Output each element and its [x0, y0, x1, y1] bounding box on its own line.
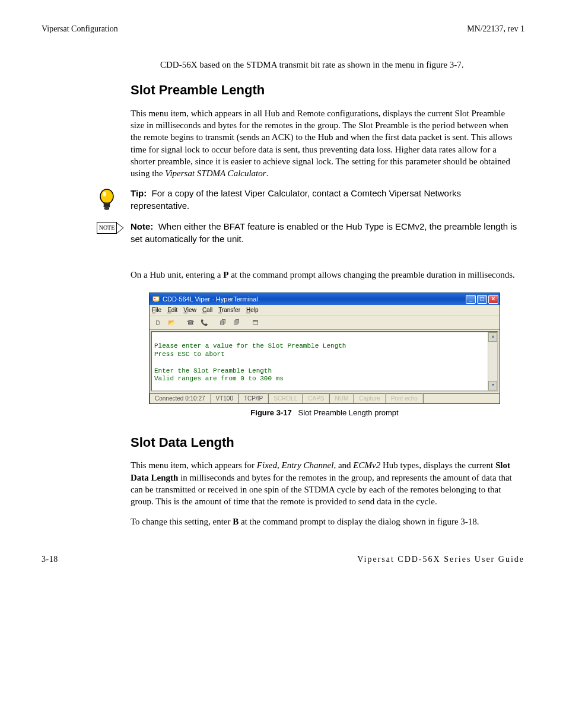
figure-caption: Figure 3-17 Slot Preamble Length prompt: [131, 408, 519, 418]
menu-call[interactable]: Call: [202, 306, 212, 314]
tip-label: Tip:: [131, 188, 147, 198]
change-setting-paragraph: To change this setting, enter B at the c…: [131, 516, 519, 527]
status-spacer: [423, 393, 500, 404]
svg-point-0: [100, 189, 113, 204]
menu-edit[interactable]: Edit: [167, 306, 177, 314]
body-text-end: .: [266, 169, 269, 178]
heading-slot-data-length: Slot Data Length: [131, 434, 519, 452]
status-emulation: VT100: [211, 393, 239, 404]
body-text: Hub types, displays the current: [380, 460, 495, 470]
status-bar: Connected 0:10:27 VT100 TCP/IP SCROLL CA…: [150, 393, 500, 404]
menu-file[interactable]: FFileile: [152, 306, 161, 314]
toolbar-connect-icon[interactable]: ☎: [185, 317, 196, 328]
tip-body: Tip: For a copy of the latest Viper Calc…: [131, 187, 519, 212]
hyperterminal-titlebar: CDD-564L Viper - HyperTerminal _ □ ×: [150, 293, 500, 305]
scrollbar[interactable]: ▴ ▾: [488, 332, 497, 390]
terminal-text: Please enter a value for the Slot Preamb…: [152, 332, 497, 386]
note-icon-column: NOTE: [83, 221, 131, 234]
emphasis-ecmv2: ECMv2: [353, 460, 380, 470]
body-text: , and: [333, 460, 353, 470]
tip-callout: Tip: For a copy of the latest Viper Calc…: [83, 187, 519, 212]
emphasis-vipersat-calculator: Vipersat STDMA Calculator: [165, 169, 266, 178]
figure-number: Figure 3-17: [250, 408, 291, 417]
tip-text: For a copy of the latest Viper Calculato…: [131, 188, 461, 210]
svg-rect-4: [105, 208, 109, 209]
footer-guide-title: Vipersat CDD-56X Series User Guide: [357, 554, 524, 565]
status-connected: Connected 0:10:27: [150, 393, 211, 404]
status-scroll: SCROLL: [268, 393, 303, 404]
toolbar-open-icon[interactable]: 📂: [166, 317, 177, 328]
minimize-button[interactable]: _: [466, 295, 476, 304]
bold-P: P: [223, 270, 228, 279]
body-text: in milliseconds and bytes for the remote…: [131, 473, 512, 507]
footer-page-number: 3-18: [42, 554, 58, 565]
header-right: MN/22137, rev 1: [467, 24, 524, 35]
scroll-down-icon[interactable]: ▾: [488, 381, 497, 390]
toolbar-send-icon[interactable]: 🗐: [217, 317, 229, 328]
status-printecho: Print echo: [386, 393, 423, 404]
bold-B: B: [233, 517, 239, 526]
note-pointer-icon: [116, 222, 125, 236]
hyperterminal-toolbar: 🗋 📂 ☎ 📞 🗐 🗐 🗔: [150, 316, 500, 330]
menu-help[interactable]: Help: [246, 306, 259, 314]
status-caps: CAPS: [303, 393, 329, 404]
note-box-label: NOTE: [99, 224, 115, 231]
slot-data-paragraph: This menu item, which appears for Fixed,…: [131, 459, 519, 507]
hyperterminal-icon: [152, 295, 160, 303]
hyperterminal-title: CDD-564L Viper - HyperTerminal: [163, 295, 258, 304]
svg-point-7: [154, 298, 155, 299]
figure-3-17: CDD-564L Viper - HyperTerminal _ □ × FFi…: [131, 293, 519, 418]
intro-tail-paragraph: CDD-56X based on the STDMA transmit bit …: [160, 59, 519, 71]
emphasis-fixed: Fixed: [257, 460, 277, 470]
toolbar-disconnect-icon[interactable]: 📞: [198, 317, 210, 328]
svg-rect-3: [104, 205, 110, 207]
scroll-up-icon[interactable]: ▴: [488, 332, 497, 342]
status-protocol: TCP/IP: [239, 393, 268, 404]
body-text: at the command prompt to display the dia…: [239, 517, 479, 526]
body-text: On a Hub unit, entering a: [131, 270, 223, 279]
tip-icon-column: [83, 187, 131, 212]
content-body: CDD-56X based on the STDMA transmit bit …: [131, 59, 519, 528]
lightbulb-icon: [98, 189, 115, 212]
hub-unit-paragraph: On a Hub unit, entering a P at the comma…: [131, 269, 519, 281]
svg-rect-5: [153, 297, 159, 301]
toolbar-properties-icon[interactable]: 🗔: [250, 317, 262, 328]
body-text: This menu item, which appears in all Hub…: [131, 109, 512, 178]
note-callout: NOTE Note: When either the BFAT feature …: [83, 221, 519, 245]
toolbar-new-icon[interactable]: 🗋: [152, 317, 164, 328]
hyperterminal-window: CDD-564L Viper - HyperTerminal _ □ × FFi…: [149, 293, 500, 404]
status-capture: Capture: [354, 393, 386, 404]
toolbar-receive-icon[interactable]: 🗐: [231, 317, 243, 328]
menu-view[interactable]: View: [183, 306, 196, 314]
figure-title: Slot Preamble Length prompt: [298, 408, 399, 417]
body-text: To change this setting, enter: [131, 517, 233, 526]
note-box-icon: NOTE: [97, 222, 117, 234]
page-footer: 3-18 Vipersat CDD-56X Series User Guide: [42, 554, 524, 565]
menu-transfer[interactable]: Transfer: [218, 306, 240, 314]
terminal-area[interactable]: Please enter a value for the Slot Preamb…: [151, 331, 498, 392]
note-label: Note:: [131, 221, 153, 231]
svg-rect-2: [104, 203, 110, 205]
hyperterminal-menubar: FFileile Edit View Call Transfer Help: [150, 305, 500, 316]
window-buttons: _ □ ×: [466, 295, 498, 304]
body-text: ,: [277, 460, 282, 470]
body-text: at the command prompt allows changing th…: [228, 270, 514, 279]
svg-rect-6: [154, 301, 158, 302]
page-header: Vipersat Configuration MN/22137, rev 1: [42, 24, 524, 35]
body-text: This menu item, which appears for: [131, 460, 257, 470]
svg-point-1: [103, 192, 106, 196]
heading-slot-preamble-length: Slot Preamble Length: [131, 81, 519, 99]
note-text: When either the BFAT feature is enabled …: [131, 221, 517, 243]
header-left: Vipersat Configuration: [42, 24, 118, 35]
emphasis-entry-channel: Entry Channel: [282, 460, 334, 470]
close-button[interactable]: ×: [488, 295, 498, 304]
note-body: Note: When either the BFAT feature is en…: [131, 221, 519, 245]
slot-preamble-paragraph: This menu item, which appears in all Hub…: [131, 107, 519, 180]
status-num: NUM: [329, 393, 354, 404]
maximize-button[interactable]: □: [477, 295, 487, 304]
